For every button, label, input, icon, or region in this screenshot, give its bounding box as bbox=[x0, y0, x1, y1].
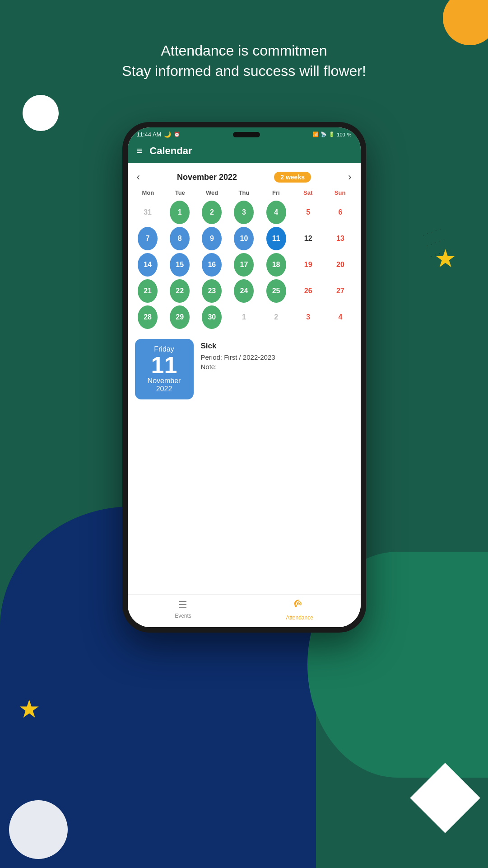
week-5: 28 29 30 1 2 3 4 bbox=[132, 305, 356, 330]
header-sat: Sat bbox=[292, 188, 324, 198]
status-notch bbox=[233, 132, 260, 137]
moon-icon: 🌙 bbox=[164, 131, 171, 138]
phone-mockup: 11:44 AM 🌙 ⏰ 📶 📡 🔋 100 % ≡ Calendar bbox=[122, 122, 366, 633]
battery-icon: 🔋 bbox=[329, 131, 335, 137]
events-icon: ☰ bbox=[178, 599, 187, 611]
day-1[interactable]: 1 bbox=[170, 201, 190, 224]
day-17[interactable]: 17 bbox=[234, 253, 254, 277]
event-type: Sick bbox=[201, 342, 275, 351]
day-25[interactable]: 25 bbox=[266, 279, 286, 303]
next-month-button[interactable]: › bbox=[348, 171, 351, 183]
event-info: Sick Period: First / 2022-2023 Note: bbox=[201, 339, 275, 371]
date-card-day-num: 11 bbox=[144, 353, 185, 377]
day-5[interactable]: 5 bbox=[298, 201, 318, 224]
day-7[interactable]: 7 bbox=[138, 227, 158, 250]
scroll-spacer bbox=[128, 408, 361, 463]
header-sun: Sun bbox=[324, 188, 356, 198]
wifi-icon: 📡 bbox=[321, 131, 327, 137]
calendar-grid: Mon Tue Wed Thu Fri Sat Sun 31 1 bbox=[128, 188, 361, 330]
week-3: 14 15 16 17 18 19 20 bbox=[132, 252, 356, 277]
day-24[interactable]: 24 bbox=[234, 279, 254, 303]
headline: Attendance is commitmen Stay informed an… bbox=[0, 41, 488, 81]
bottom-navigation: ☰ Events Attendance bbox=[128, 594, 361, 627]
day-18[interactable]: 18 bbox=[266, 253, 286, 277]
app-title: Calendar bbox=[149, 145, 192, 157]
decorative-dots: ............... bbox=[420, 216, 465, 261]
header-tue: Tue bbox=[164, 188, 196, 198]
day-20[interactable]: 20 bbox=[330, 253, 350, 277]
header-thu: Thu bbox=[228, 188, 260, 198]
day-6[interactable]: 6 bbox=[330, 201, 350, 224]
day-19[interactable]: 19 bbox=[298, 253, 318, 277]
status-right: 📶 📡 🔋 100 % bbox=[312, 131, 351, 137]
signal-icon: 📶 bbox=[312, 131, 319, 137]
day-21[interactable]: 21 bbox=[138, 279, 158, 303]
day-3-next[interactable]: 3 bbox=[298, 305, 318, 329]
calendar-weeks: 31 1 2 3 4 5 6 7 8 9 bbox=[132, 200, 356, 330]
day-headers: Mon Tue Wed Thu Fri Sat Sun bbox=[132, 188, 356, 198]
status-left: 11:44 AM 🌙 ⏰ bbox=[137, 131, 181, 138]
tab-events-label: Events bbox=[175, 613, 191, 619]
day-29[interactable]: 29 bbox=[170, 305, 190, 329]
day-9[interactable]: 9 bbox=[202, 227, 222, 250]
month-title: November 2022 bbox=[177, 173, 237, 182]
app-header: ≡ Calendar bbox=[128, 141, 361, 163]
star-icon-left: ★ bbox=[18, 694, 40, 723]
bg-orange-circle bbox=[443, 0, 488, 45]
date-card-year: 2022 bbox=[144, 385, 185, 393]
day-22[interactable]: 22 bbox=[170, 279, 190, 303]
menu-icon[interactable]: ≡ bbox=[137, 145, 143, 157]
tab-attendance-label: Attendance bbox=[286, 615, 313, 621]
day-2-next[interactable]: 2 bbox=[266, 305, 286, 329]
day-11-selected[interactable]: 11 bbox=[266, 227, 286, 250]
day-14[interactable]: 14 bbox=[138, 253, 158, 277]
headline-line2: Stay informed and success will flower! bbox=[0, 61, 488, 81]
month-navigation: ‹ November 2022 2 weeks › bbox=[128, 163, 361, 188]
phone-screen: 11:44 AM 🌙 ⏰ 📶 📡 🔋 100 % ≡ Calendar bbox=[128, 127, 361, 627]
day-8[interactable]: 8 bbox=[170, 227, 190, 250]
day-1-next[interactable]: 1 bbox=[234, 305, 254, 329]
phone-outer-frame: 11:44 AM 🌙 ⏰ 📶 📡 🔋 100 % ≡ Calendar bbox=[122, 122, 366, 633]
date-card-month: November bbox=[144, 377, 185, 385]
day-27[interactable]: 27 bbox=[330, 279, 350, 303]
day-15[interactable]: 15 bbox=[170, 253, 190, 277]
calendar-area[interactable]: ‹ November 2022 2 weeks › Mon Tue Wed Th… bbox=[128, 163, 361, 594]
header-wed: Wed bbox=[196, 188, 228, 198]
day-26[interactable]: 26 bbox=[298, 279, 318, 303]
status-time: 11:44 AM bbox=[137, 131, 162, 138]
day-30[interactable]: 30 bbox=[202, 305, 222, 329]
day-23[interactable]: 23 bbox=[202, 279, 222, 303]
tab-attendance[interactable]: Attendance bbox=[286, 599, 313, 621]
event-period: Period: First / 2022-2023 bbox=[201, 353, 275, 361]
battery-percent: 100 bbox=[337, 132, 345, 137]
prev-month-button[interactable]: ‹ bbox=[137, 171, 140, 183]
day-16[interactable]: 16 bbox=[202, 253, 222, 277]
day-4[interactable]: 4 bbox=[266, 201, 286, 224]
day-13[interactable]: 13 bbox=[330, 227, 350, 250]
bg-white-circle-top bbox=[23, 95, 59, 131]
event-detail: Friday 11 November 2022 Sick Period: Fir… bbox=[128, 330, 361, 408]
week-4: 21 22 23 24 25 26 27 bbox=[132, 278, 356, 304]
fingerprint-icon bbox=[294, 599, 305, 613]
tab-events[interactable]: ☰ Events bbox=[175, 599, 191, 621]
event-note: Note: bbox=[201, 363, 275, 371]
bg-white-circle-bottom bbox=[9, 800, 68, 859]
date-card: Friday 11 November 2022 bbox=[135, 339, 194, 399]
weeks-badge[interactable]: 2 weeks bbox=[274, 172, 311, 183]
day-3[interactable]: 3 bbox=[234, 201, 254, 224]
day-12[interactable]: 12 bbox=[298, 227, 318, 250]
day-2[interactable]: 2 bbox=[202, 201, 222, 224]
day-28[interactable]: 28 bbox=[138, 305, 158, 329]
day-31-prev[interactable]: 31 bbox=[138, 201, 158, 224]
header-fri: Fri bbox=[260, 188, 292, 198]
alarm-icon: ⏰ bbox=[174, 131, 180, 137]
week-1: 31 1 2 3 4 5 6 bbox=[132, 200, 356, 225]
day-4-next[interactable]: 4 bbox=[330, 305, 350, 329]
headline-line1: Attendance is commitmen bbox=[0, 41, 488, 61]
day-10[interactable]: 10 bbox=[234, 227, 254, 250]
status-bar: 11:44 AM 🌙 ⏰ 📶 📡 🔋 100 % bbox=[128, 127, 361, 141]
header-mon: Mon bbox=[132, 188, 164, 198]
week-2: 7 8 9 10 11 12 13 bbox=[132, 226, 356, 251]
